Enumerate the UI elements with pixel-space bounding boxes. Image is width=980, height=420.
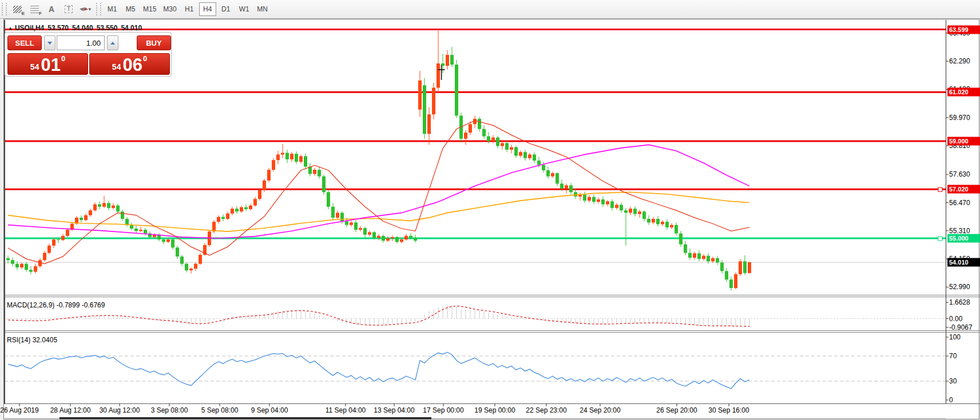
candle-body: [565, 185, 568, 189]
price-axis-label: 57.630: [949, 170, 970, 178]
price-badge-54.010: 54.010: [947, 258, 980, 267]
candle-body: [491, 138, 495, 141]
candle-body: [217, 217, 220, 222]
candle-body: [363, 228, 367, 234]
candle-body: [368, 232, 371, 234]
candle-body: [318, 170, 321, 176]
candle-body: [176, 247, 179, 257]
trade-panel-quote-row: 54010 54060: [7, 53, 170, 75]
collapse-arrow-icon[interactable]: ▲: [8, 26, 13, 31]
candle-body: [98, 205, 101, 207]
candle-body: [377, 236, 380, 238]
candle-body: [743, 261, 747, 273]
candle-body: [290, 154, 293, 159]
candle-body: [510, 147, 513, 150]
candle-body: [185, 264, 188, 270]
time-axis-label: 30 Sep 16:00: [708, 406, 749, 414]
candle-body: [6, 258, 10, 260]
candle-body: [199, 255, 202, 264]
candle-body: [240, 207, 243, 212]
candle-body: [25, 264, 28, 270]
candle-body: [244, 207, 248, 209]
candle-body: [496, 138, 499, 146]
candle-body: [253, 199, 257, 205]
candle-body: [34, 266, 37, 272]
candle-body: [194, 264, 197, 269]
bar-open: 53.570: [47, 24, 69, 32]
candle-body: [267, 170, 271, 181]
time-axis-label: 5 Sep 08:00: [201, 406, 239, 414]
price-badge-59.000: 59.000: [947, 137, 980, 146]
candle-body: [638, 211, 641, 214]
ask-pip-digit: 0: [143, 54, 147, 63]
candle-body: [748, 262, 751, 273]
time-axis-label: 17 Sep 00:00: [423, 406, 463, 414]
macd-axis-label: 0.00: [949, 315, 962, 323]
candle-body: [533, 154, 536, 161]
candle-body: [656, 219, 660, 224]
bar-close: 54.010: [121, 24, 142, 32]
sell-price-button[interactable]: 54010: [7, 53, 88, 75]
ask-prefix: 54: [112, 63, 121, 71]
candle-body: [258, 190, 261, 199]
horizontal-scrollbar-thumb[interactable]: [59, 417, 431, 419]
level-handle: [938, 237, 942, 241]
candle-body: [112, 206, 115, 208]
candle-body: [404, 236, 408, 239]
candle-body: [505, 143, 509, 149]
candle-body: [125, 219, 129, 225]
bid-big-digits: 01: [41, 58, 60, 73]
candle-body: [107, 203, 110, 208]
candle-body: [501, 143, 504, 146]
rsi-axis-label: 0: [949, 396, 953, 404]
buy-button[interactable]: BUY: [137, 35, 171, 50]
volume-decrease-button[interactable]: [44, 35, 55, 50]
rsi-indicator-label: RSI(14) 32.0405: [7, 336, 57, 344]
candle-body: [139, 230, 142, 231]
candle-body: [437, 63, 440, 88]
candle-body: [464, 133, 467, 139]
candle-body: [729, 279, 733, 288]
candle-body: [272, 160, 275, 170]
candle-body: [340, 213, 344, 221]
sell-button[interactable]: SELL: [7, 35, 42, 50]
candle-body: [345, 221, 348, 225]
candle-body: [725, 271, 728, 279]
candle-body: [450, 55, 454, 65]
arrow-down-icon: [47, 42, 52, 45]
candle-body: [546, 170, 550, 177]
rsi-axis-label: 70: [949, 352, 957, 360]
buy-price-button[interactable]: 54060: [89, 53, 170, 75]
one-click-trading-panel: SELL BUY 54010 54060: [5, 32, 172, 77]
candle-body: [615, 205, 618, 208]
candle-body: [134, 229, 138, 231]
candle-body: [707, 256, 710, 262]
candle-body: [93, 205, 97, 211]
candle-body: [528, 154, 531, 158]
time-axis-label: 9 Sep 04:00: [251, 406, 288, 414]
candle-body: [610, 201, 614, 207]
candle-body: [606, 201, 609, 204]
candle-body: [43, 253, 46, 261]
candle-body: [569, 185, 573, 192]
price-badge-63.599: 63.599: [947, 25, 980, 34]
candle-body: [116, 206, 120, 212]
candle-body: [304, 156, 307, 166]
candle-body: [739, 261, 742, 274]
candle-body: [263, 181, 266, 190]
candle-body: [20, 264, 23, 267]
price-badge-55.000: 55.000: [947, 234, 980, 243]
candle-body: [716, 258, 719, 263]
volume-input[interactable]: [57, 35, 105, 50]
trade-panel-top-row: SELL BUY: [5, 35, 171, 50]
candle-body: [514, 147, 518, 156]
volume-increase-button[interactable]: [107, 35, 118, 50]
bar-high: 54.040: [72, 24, 93, 32]
candle-body: [487, 137, 490, 142]
candle-body: [720, 263, 724, 271]
candle-body: [670, 225, 673, 227]
time-axis-label: 28 Aug 12:00: [50, 406, 91, 414]
symbol-info-bar: ▲USOil,H453.57054.04053.55054.010: [8, 24, 145, 32]
candle-body: [249, 206, 252, 209]
candle-body: [395, 237, 399, 242]
